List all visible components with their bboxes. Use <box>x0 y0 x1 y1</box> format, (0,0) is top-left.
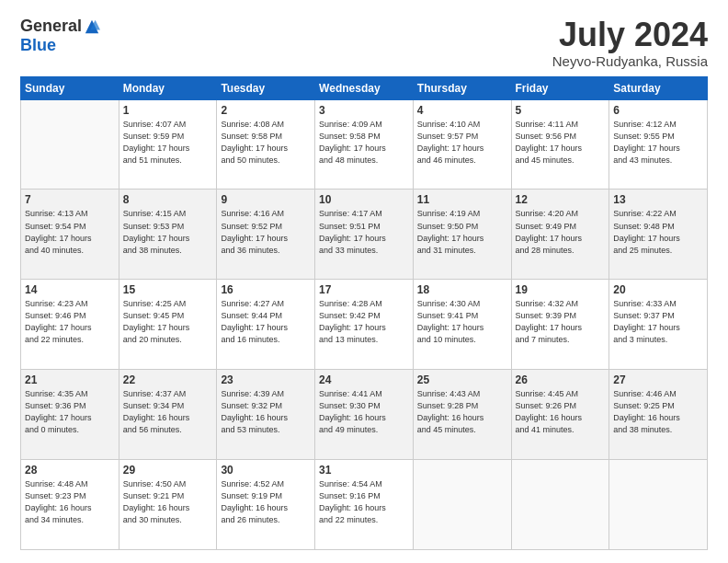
day-number: 11 <box>417 193 507 206</box>
day-info: Sunrise: 4:28 AM Sunset: 9:42 PM Dayligh… <box>319 298 409 346</box>
calendar-cell-w2-d0: 7Sunrise: 4:13 AM Sunset: 9:54 PM Daylig… <box>21 190 119 280</box>
calendar-cell-w3-d4: 18Sunrise: 4:30 AM Sunset: 9:41 PM Dayli… <box>413 280 511 370</box>
day-number: 29 <box>123 464 213 477</box>
calendar-cell-w3-d2: 16Sunrise: 4:27 AM Sunset: 9:44 PM Dayli… <box>217 280 315 370</box>
calendar-cell-w5-d6 <box>609 460 708 550</box>
col-thursday: Thursday <box>413 76 511 99</box>
day-info: Sunrise: 4:48 AM Sunset: 9:23 PM Dayligh… <box>25 478 115 526</box>
day-number: 14 <box>25 283 115 296</box>
header-right: July 2024 Neyvo-Rudyanka, Russia <box>552 17 708 69</box>
day-number: 27 <box>613 373 703 386</box>
calendar-cell-w2-d4: 11Sunrise: 4:19 AM Sunset: 9:50 PM Dayli… <box>413 190 511 280</box>
calendar-cell-w1-d1: 1Sunrise: 4:07 AM Sunset: 9:59 PM Daylig… <box>119 99 217 190</box>
calendar-week-5: 28Sunrise: 4:48 AM Sunset: 9:23 PM Dayli… <box>21 460 708 550</box>
calendar-week-2: 7Sunrise: 4:13 AM Sunset: 9:54 PM Daylig… <box>21 190 708 280</box>
day-info: Sunrise: 4:22 AM Sunset: 9:48 PM Dayligh… <box>613 208 703 256</box>
logo-general-text: General <box>20 17 82 36</box>
header: General Blue July 2024 Neyvo-Rudyanka, R… <box>20 17 708 69</box>
calendar-cell-w1-d5: 5Sunrise: 4:11 AM Sunset: 9:56 PM Daylig… <box>511 99 609 190</box>
day-number: 7 <box>25 193 115 206</box>
day-info: Sunrise: 4:52 AM Sunset: 9:19 PM Dayligh… <box>221 478 311 526</box>
day-info: Sunrise: 4:19 AM Sunset: 9:50 PM Dayligh… <box>417 208 507 256</box>
day-info: Sunrise: 4:27 AM Sunset: 9:44 PM Dayligh… <box>221 298 311 346</box>
day-number: 28 <box>25 464 115 477</box>
calendar-cell-w3-d3: 17Sunrise: 4:28 AM Sunset: 9:42 PM Dayli… <box>315 280 414 370</box>
day-info: Sunrise: 4:11 AM Sunset: 9:56 PM Dayligh… <box>516 119 606 167</box>
day-number: 25 <box>417 373 507 386</box>
calendar-cell-w4-d3: 24Sunrise: 4:41 AM Sunset: 9:30 PM Dayli… <box>315 370 414 460</box>
calendar-cell-w5-d5 <box>511 460 609 550</box>
day-info: Sunrise: 4:17 AM Sunset: 9:51 PM Dayligh… <box>319 208 409 256</box>
day-info: Sunrise: 4:08 AM Sunset: 9:58 PM Dayligh… <box>221 119 311 167</box>
calendar-cell-w5-d3: 31Sunrise: 4:54 AM Sunset: 9:16 PM Dayli… <box>315 460 414 550</box>
day-number: 31 <box>319 464 409 477</box>
day-number: 9 <box>221 193 311 206</box>
day-number: 24 <box>319 373 409 386</box>
col-tuesday: Tuesday <box>217 76 315 99</box>
day-number: 12 <box>516 193 606 206</box>
day-number: 6 <box>613 104 703 117</box>
calendar-cell-w5-d2: 30Sunrise: 4:52 AM Sunset: 9:19 PM Dayli… <box>217 460 315 550</box>
day-info: Sunrise: 4:07 AM Sunset: 9:59 PM Dayligh… <box>123 119 213 167</box>
calendar-cell-w4-d6: 27Sunrise: 4:46 AM Sunset: 9:25 PM Dayli… <box>609 370 708 460</box>
day-info: Sunrise: 4:37 AM Sunset: 9:34 PM Dayligh… <box>123 388 213 436</box>
col-wednesday: Wednesday <box>315 76 414 99</box>
day-info: Sunrise: 4:10 AM Sunset: 9:57 PM Dayligh… <box>417 119 507 167</box>
day-number: 3 <box>319 104 409 117</box>
day-number: 5 <box>516 104 606 117</box>
day-number: 10 <box>319 193 409 206</box>
calendar-cell-w1-d3: 3Sunrise: 4:09 AM Sunset: 9:58 PM Daylig… <box>315 99 414 190</box>
day-info: Sunrise: 4:12 AM Sunset: 9:55 PM Dayligh… <box>613 119 703 167</box>
day-number: 22 <box>123 373 213 386</box>
day-info: Sunrise: 4:50 AM Sunset: 9:21 PM Dayligh… <box>123 478 213 526</box>
calendar-cell-w1-d0 <box>21 99 119 190</box>
calendar-cell-w2-d5: 12Sunrise: 4:20 AM Sunset: 9:49 PM Dayli… <box>511 190 609 280</box>
calendar-header-row: Sunday Monday Tuesday Wednesday Thursday… <box>21 76 708 99</box>
day-number: 13 <box>613 193 703 206</box>
col-sunday: Sunday <box>21 76 119 99</box>
day-number: 17 <box>319 283 409 296</box>
calendar-table: Sunday Monday Tuesday Wednesday Thursday… <box>20 76 708 550</box>
day-info: Sunrise: 4:13 AM Sunset: 9:54 PM Dayligh… <box>25 208 115 256</box>
day-info: Sunrise: 4:20 AM Sunset: 9:49 PM Dayligh… <box>516 208 606 256</box>
month-title: July 2024 <box>552 17 708 53</box>
calendar-cell-w5-d1: 29Sunrise: 4:50 AM Sunset: 9:21 PM Dayli… <box>119 460 217 550</box>
day-number: 30 <box>221 464 311 477</box>
col-friday: Friday <box>511 76 609 99</box>
day-number: 20 <box>613 283 703 296</box>
calendar-cell-w1-d6: 6Sunrise: 4:12 AM Sunset: 9:55 PM Daylig… <box>609 99 708 190</box>
day-number: 16 <box>221 283 311 296</box>
calendar-cell-w4-d1: 22Sunrise: 4:37 AM Sunset: 9:34 PM Dayli… <box>119 370 217 460</box>
calendar-cell-w2-d2: 9Sunrise: 4:16 AM Sunset: 9:52 PM Daylig… <box>217 190 315 280</box>
calendar-cell-w2-d1: 8Sunrise: 4:15 AM Sunset: 9:53 PM Daylig… <box>119 190 217 280</box>
col-saturday: Saturday <box>609 76 708 99</box>
calendar-cell-w2-d6: 13Sunrise: 4:22 AM Sunset: 9:48 PM Dayli… <box>609 190 708 280</box>
day-info: Sunrise: 4:41 AM Sunset: 9:30 PM Dayligh… <box>319 388 409 436</box>
day-info: Sunrise: 4:46 AM Sunset: 9:25 PM Dayligh… <box>613 388 703 436</box>
logo: General Blue <box>20 17 100 55</box>
day-info: Sunrise: 4:32 AM Sunset: 9:39 PM Dayligh… <box>516 298 606 346</box>
day-info: Sunrise: 4:43 AM Sunset: 9:28 PM Dayligh… <box>417 388 507 436</box>
calendar-cell-w1-d2: 2Sunrise: 4:08 AM Sunset: 9:58 PM Daylig… <box>217 99 315 190</box>
day-info: Sunrise: 4:15 AM Sunset: 9:53 PM Dayligh… <box>123 208 213 256</box>
logo-icon <box>84 18 100 35</box>
logo-blue-text: Blue <box>20 36 56 55</box>
col-monday: Monday <box>119 76 217 99</box>
day-info: Sunrise: 4:39 AM Sunset: 9:32 PM Dayligh… <box>221 388 311 436</box>
calendar-week-3: 14Sunrise: 4:23 AM Sunset: 9:46 PM Dayli… <box>21 280 708 370</box>
day-info: Sunrise: 4:35 AM Sunset: 9:36 PM Dayligh… <box>25 388 115 436</box>
calendar-week-4: 21Sunrise: 4:35 AM Sunset: 9:36 PM Dayli… <box>21 370 708 460</box>
page: General Blue July 2024 Neyvo-Rudyanka, R… <box>0 0 728 563</box>
day-number: 21 <box>25 373 115 386</box>
day-info: Sunrise: 4:25 AM Sunset: 9:45 PM Dayligh… <box>123 298 213 346</box>
day-info: Sunrise: 4:23 AM Sunset: 9:46 PM Dayligh… <box>25 298 115 346</box>
calendar-cell-w3-d0: 14Sunrise: 4:23 AM Sunset: 9:46 PM Dayli… <box>21 280 119 370</box>
calendar-cell-w3-d1: 15Sunrise: 4:25 AM Sunset: 9:45 PM Dayli… <box>119 280 217 370</box>
calendar-cell-w4-d0: 21Sunrise: 4:35 AM Sunset: 9:36 PM Dayli… <box>21 370 119 460</box>
day-info: Sunrise: 4:33 AM Sunset: 9:37 PM Dayligh… <box>613 298 703 346</box>
day-info: Sunrise: 4:30 AM Sunset: 9:41 PM Dayligh… <box>417 298 507 346</box>
day-info: Sunrise: 4:45 AM Sunset: 9:26 PM Dayligh… <box>516 388 606 436</box>
day-number: 15 <box>123 283 213 296</box>
day-number: 4 <box>417 104 507 117</box>
day-info: Sunrise: 4:54 AM Sunset: 9:16 PM Dayligh… <box>319 478 409 526</box>
